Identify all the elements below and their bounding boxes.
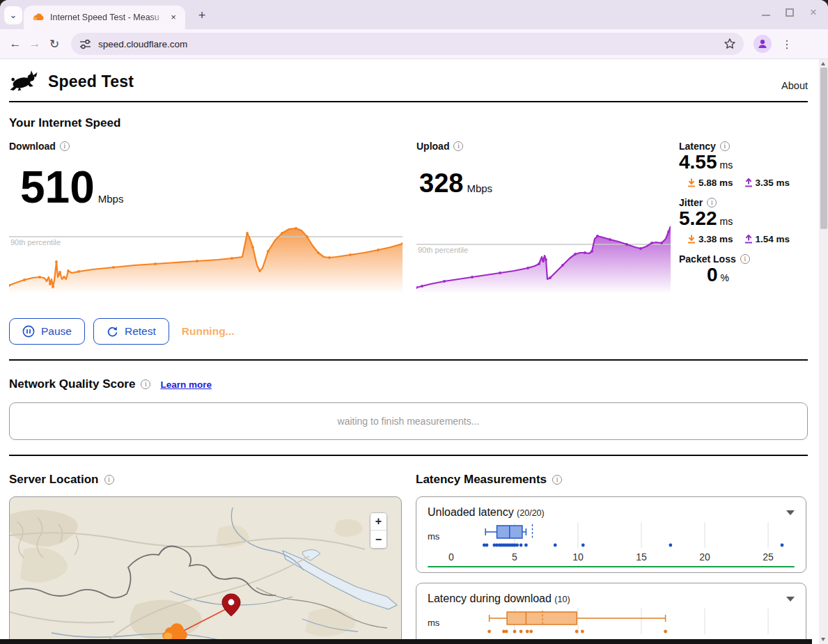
tab-close-icon[interactable]: × <box>167 11 180 24</box>
unloaded-latency-card: Unloaded latency (20/20) ms 0510152025 <box>416 496 806 573</box>
server-location-heading: Server Locationi <box>9 473 402 487</box>
rabbit-logo-icon <box>9 70 38 93</box>
download-latency-title: Latency during download (10) <box>428 592 570 605</box>
cloudflare-favicon-icon <box>32 13 45 22</box>
tab-title: Internet Speed Test - Measu <box>50 13 167 22</box>
info-icon[interactable]: i <box>60 141 70 151</box>
map-zoom-controls: + − <box>370 512 387 549</box>
info-icon[interactable]: i <box>552 475 562 485</box>
map-zoom-out-button[interactable]: − <box>370 531 386 548</box>
about-link[interactable]: About <box>781 80 808 93</box>
back-icon[interactable]: ← <box>6 34 25 54</box>
bookmark-star-icon[interactable] <box>723 37 737 51</box>
info-icon[interactable]: i <box>453 141 463 151</box>
jitter-block: Jitteri 5.22ms 3.38 ms 1.54 ms <box>679 197 808 244</box>
svg-text:5: 5 <box>512 551 517 563</box>
nqs-placeholder-text: waiting to finish measurements... <box>338 416 480 427</box>
download-panel: Downloadi 510 Mbps 90th percentile <box>9 141 403 297</box>
unloaded-latency-title: Unloaded latency (20/20) <box>428 506 545 519</box>
unloaded-latency-boxplot: ms 0510152025 <box>428 520 795 563</box>
download-value: 510 Mbps <box>9 152 403 218</box>
latency-measurements-heading: Latency Measurementsi <box>416 473 806 487</box>
page-scrollbar[interactable] <box>819 59 828 644</box>
scrollbar-up-icon[interactable] <box>821 62 825 65</box>
person-icon <box>757 38 768 49</box>
tab-strip: ⌄ Internet Speed Test - Measu × + × <box>0 0 828 29</box>
retest-button[interactable]: Retest <box>93 318 169 345</box>
nqs-placeholder-box: waiting to finish measurements... <box>9 402 808 440</box>
svg-text:25: 25 <box>763 551 774 563</box>
pause-icon <box>22 325 35 338</box>
window-close-icon[interactable]: × <box>809 8 818 17</box>
tab-search-button[interactable]: ⌄ <box>4 6 22 24</box>
scrollbar-down-icon[interactable] <box>821 638 825 641</box>
latency-upload-value: 3.35 ms <box>744 178 790 188</box>
download-arrow-icon <box>687 178 696 187</box>
info-icon[interactable]: i <box>720 141 730 151</box>
page-content: Speed Test About Your Internet Speed Dow… <box>0 59 819 639</box>
percentile-label: 90th percentile <box>418 246 468 254</box>
window-minimize-icon[interactable] <box>761 8 771 17</box>
browser-window: ⌄ Internet Speed Test - Measu × + × ← → … <box>0 0 828 644</box>
chevron-down-icon[interactable] <box>786 510 795 515</box>
url-text[interactable]: speed.cloudflare.com <box>98 39 723 49</box>
latency-measurements-section: Latency Measurementsi Unloaded latency (… <box>416 464 806 639</box>
download-chart: 90th percentile <box>9 218 403 292</box>
server-location-map[interactable]: + − <box>9 496 402 639</box>
svg-text:0: 0 <box>448 551 454 563</box>
map-zoom-in-button[interactable]: + <box>370 513 386 531</box>
site-settings-icon[interactable] <box>79 38 91 50</box>
browser-menu-icon[interactable]: ⋮ <box>781 38 792 51</box>
upload-chart: 90th percentile <box>416 218 671 292</box>
profile-avatar[interactable] <box>753 35 772 53</box>
pause-button[interactable]: Pause <box>9 318 85 345</box>
refresh-icon <box>107 326 118 338</box>
nqs-heading: Network Quality Scorei Learn more <box>9 377 808 391</box>
browser-toolbar: ← → ↻ speed.cloudflare.com ⋮ <box>0 29 828 59</box>
reload-icon[interactable]: ↻ <box>45 34 64 54</box>
svg-text:20: 20 <box>699 551 710 563</box>
window-maximize-icon[interactable] <box>785 8 795 17</box>
speed-grid: Downloadi 510 Mbps 90th percentile Uploa… <box>9 141 808 297</box>
learn-more-link[interactable]: Learn more <box>160 379 212 390</box>
server-location-section: Server Locationi <box>9 464 402 639</box>
jitter-upload-value: 1.54 ms <box>744 234 790 244</box>
upload-arrow-icon <box>744 178 753 187</box>
new-tab-button[interactable]: + <box>194 7 210 24</box>
brand: Speed Test <box>9 70 134 93</box>
bottom-edge-strip <box>0 639 812 644</box>
upload-arrow-icon <box>744 235 753 244</box>
test-controls: Pause Retest Running... <box>9 318 808 345</box>
chevron-down-icon[interactable] <box>786 597 795 602</box>
svg-text:10: 10 <box>572 551 584 563</box>
download-label: Downloadi <box>9 141 403 152</box>
packet-loss-block: Packet Lossi 0% <box>679 253 808 288</box>
section-divider <box>9 359 808 361</box>
info-icon[interactable]: i <box>740 254 750 264</box>
percentile-label: 90th percentile <box>10 238 61 246</box>
status-running: Running... <box>182 325 235 338</box>
latency-download-value: 5.88 ms <box>687 178 733 188</box>
download-latency-boxplot: ms 0510152025 <box>428 606 795 639</box>
page-title: Speed Test <box>48 72 134 91</box>
internet-speed-heading: Your Internet Speed <box>9 116 808 130</box>
info-icon[interactable]: i <box>707 198 717 207</box>
address-bar[interactable]: speed.cloudflare.com <box>71 33 744 55</box>
map-canvas <box>10 497 402 639</box>
upload-panel: Uploadi 328 Mbps 90th percentile <box>416 141 671 297</box>
info-icon[interactable]: i <box>141 379 150 389</box>
scrollbar-thumb[interactable] <box>820 68 827 229</box>
svg-text:15: 15 <box>636 551 647 563</box>
upload-value: 328 Mbps <box>416 152 671 218</box>
section-divider <box>9 455 808 456</box>
measurement-progress-bar <box>428 566 795 568</box>
info-icon[interactable]: i <box>104 475 114 485</box>
forward-icon[interactable]: → <box>25 34 45 54</box>
jitter-download-value: 3.38 ms <box>687 234 733 244</box>
site-header: Speed Test About <box>9 59 808 102</box>
latency-block: Latencyi 4.55ms 5.88 ms 3.35 ms <box>679 141 808 188</box>
download-latency-card: Latency during download (10) ms 05101520… <box>416 583 806 639</box>
metrics-panel: Latencyi 4.55ms 5.88 ms 3.35 ms <box>679 141 808 297</box>
window-controls: × <box>761 8 818 17</box>
browser-tab[interactable]: Internet Speed Test - Measu × <box>24 6 185 29</box>
